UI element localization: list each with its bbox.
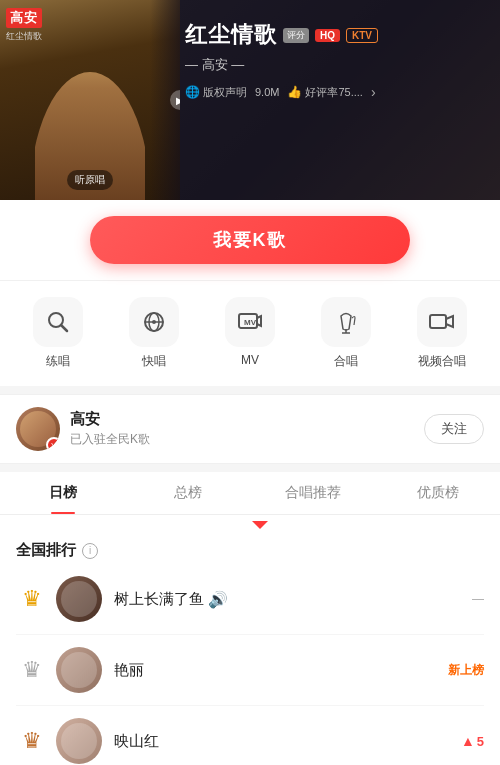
rating-text: 好评率75....	[305, 85, 362, 100]
copyright-item[interactable]: 🌐 版权声明	[185, 85, 247, 100]
svg-point-5	[152, 320, 156, 324]
rank-avatar-2	[56, 647, 102, 693]
tab-quality[interactable]: 优质榜	[375, 472, 500, 514]
tab-daily[interactable]: 日榜	[0, 472, 125, 514]
artist-desc-text: 已入驻全民K歌	[70, 431, 424, 448]
rank-emoji-1: 🔊	[208, 590, 228, 609]
hero-content: 红尘情歌 评分 HQ KTV — 高安 — 🌐 版权声明 9.0M 👍 好评率7…	[185, 20, 490, 100]
quick-label: 快唱	[142, 353, 166, 370]
thumbup-icon: 👍	[287, 85, 302, 99]
avatar-face-3	[61, 723, 97, 759]
rank-up-3: ▲ 5	[461, 733, 484, 749]
play-arrow-icon[interactable]: ▶	[170, 90, 180, 110]
video-duet-label: 视频合唱	[418, 353, 466, 370]
practice-icon	[33, 297, 83, 347]
hero-more-arrow[interactable]: ›	[371, 84, 376, 100]
listen-original-btn[interactable]: 听原唱	[67, 170, 113, 190]
follow-button[interactable]: 关注	[424, 414, 484, 444]
artist-info: 高安 已入驻全民K歌	[70, 410, 424, 448]
quick-icon-item[interactable]: 快唱	[129, 297, 179, 370]
rank-name-text-3: 映山红	[114, 732, 159, 751]
avatar-face-1	[61, 581, 97, 617]
kge-button[interactable]: 我要K歌	[90, 216, 410, 264]
kge-section: 我要K歌	[0, 200, 500, 280]
svg-rect-10	[430, 315, 446, 328]
album-art[interactable]: 高安 红尘情歌 听原唱 ▶	[0, 0, 180, 200]
rank-name-text-1: 树上长满了鱼	[114, 590, 204, 609]
rank-status-1: —	[472, 592, 484, 606]
artist-avatar[interactable]: V	[16, 407, 60, 451]
ktv-badge: KTV	[346, 28, 378, 43]
artist-name-text: 高安	[70, 410, 424, 429]
rank-badge-2: ♛	[16, 657, 48, 683]
hero-section: 高安 红尘情歌 听原唱 ▶ 红尘情歌 评分 HQ KTV — 高安 — 🌐 版权…	[0, 0, 500, 200]
duet-icon	[321, 297, 371, 347]
song-title: 红尘情歌	[185, 20, 277, 50]
rank-name-1: 树上长满了鱼 🔊	[114, 590, 472, 609]
artist-row: V 高安 已入驻全民K歌 关注	[0, 394, 500, 464]
rank-name-2: 艳丽	[114, 661, 448, 680]
practice-label: 练唱	[46, 353, 70, 370]
rank-badge-1: ♛	[16, 586, 48, 612]
album-sub-text: 红尘情歌	[6, 30, 42, 43]
new-badge-2: 新上榜	[448, 662, 484, 679]
tab-duet-rec[interactable]: 合唱推荐	[250, 472, 375, 514]
active-tab-indicator	[252, 521, 268, 529]
silver-crown-icon: ♛	[22, 657, 42, 683]
table-row[interactable]: ♛ 树上长满了鱼 🔊 —	[16, 564, 484, 635]
ping-badge: 评分	[283, 28, 309, 43]
duet-icon-item[interactable]: 合唱	[321, 297, 371, 370]
video-duet-icon-item[interactable]: 视频合唱	[417, 297, 467, 370]
hero-title-row: 红尘情歌 评分 HQ KTV	[185, 20, 490, 50]
album-person: 高安 红尘情歌 听原唱	[0, 0, 180, 200]
practice-icon-item[interactable]: 练唱	[33, 297, 83, 370]
rank-name-3: 映山红	[114, 732, 461, 751]
copyright-label: 版权声明	[203, 85, 247, 100]
ranking-section: 全国排行 i ♛ 树上长满了鱼 🔊 — ♛	[0, 529, 500, 765]
rank-avatar-1	[56, 576, 102, 622]
hq-badge: HQ	[315, 29, 340, 42]
svg-line-1	[61, 325, 67, 331]
ranking-title-row: 全国排行 i	[16, 541, 484, 560]
album-logo: 高安 红尘情歌	[6, 8, 42, 43]
tab-total[interactable]: 总榜	[125, 472, 250, 514]
table-row[interactable]: ♛ 艳丽 新上榜	[16, 635, 484, 706]
quick-icon	[129, 297, 179, 347]
rank-avatar-3	[56, 718, 102, 764]
mv-label: MV	[241, 353, 259, 367]
tabs-section: 日榜 总榜 合唱推荐 优质榜	[0, 472, 500, 529]
plays-item: 9.0M	[255, 86, 279, 98]
video-duet-icon	[417, 297, 467, 347]
table-row[interactable]: ♛ 映山红 ▲ 5	[16, 706, 484, 765]
gold-crown-icon: ♛	[22, 586, 42, 612]
ranking-title-text: 全国排行	[16, 541, 76, 560]
album-logo-text: 高安	[6, 8, 42, 28]
rating-item: 👍 好评率75....	[287, 85, 362, 100]
duet-label: 合唱	[334, 353, 358, 370]
up-arrow-icon: ▲	[461, 733, 475, 749]
verified-badge: V	[46, 437, 60, 451]
avatar-face-2	[61, 652, 97, 688]
tabs-row: 日榜 总榜 合唱推荐 优质榜	[0, 472, 500, 515]
globe-icon: 🌐	[185, 85, 200, 99]
icons-row: 练唱 快唱 MV MV	[0, 280, 500, 386]
rank-up-count: 5	[477, 734, 484, 749]
plays-count: 9.0M	[255, 86, 279, 98]
svg-text:MV: MV	[244, 318, 257, 327]
mv-icon: MV	[225, 297, 275, 347]
rank-badge-3: ♛	[16, 728, 48, 754]
artist-name: — 高安 —	[185, 56, 490, 74]
mv-icon-item[interactable]: MV MV	[225, 297, 275, 370]
info-icon[interactable]: i	[82, 543, 98, 559]
ranking-list: ♛ 树上长满了鱼 🔊 — ♛ 艳丽 新上榜	[16, 564, 484, 765]
bronze-crown-icon: ♛	[22, 728, 42, 754]
rank-name-text-2: 艳丽	[114, 661, 144, 680]
hero-meta: 🌐 版权声明 9.0M 👍 好评率75.... ›	[185, 84, 490, 100]
